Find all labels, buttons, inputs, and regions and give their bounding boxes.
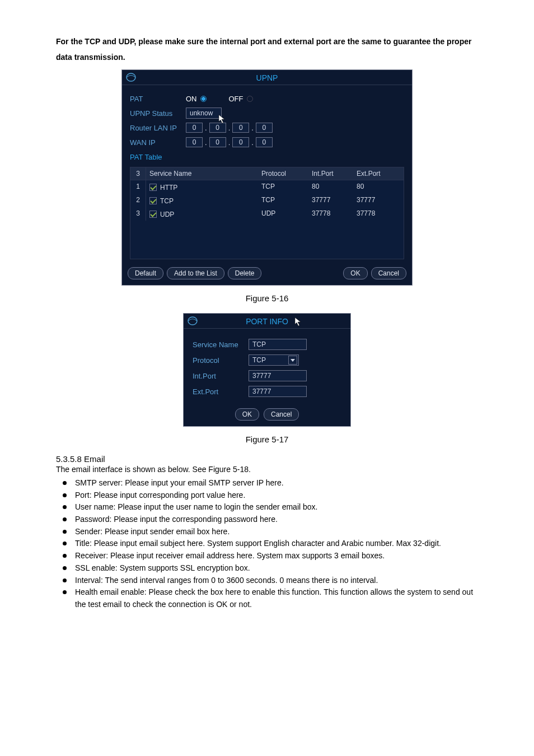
wan-ip-label: WAN IP xyxy=(130,138,186,147)
list-item: Interval: The send interval ranges from … xyxy=(59,575,478,587)
row-service: TCP xyxy=(160,197,174,205)
row-intport: 37778 xyxy=(308,207,353,221)
intport-input[interactable]: 37777 xyxy=(249,370,307,381)
ip-dot: . xyxy=(205,124,207,132)
table-row[interactable]: 2 TCP TCP 37777 37777 xyxy=(130,194,404,207)
email-bullets: SMTP server: Please input your email SMT… xyxy=(59,477,478,611)
row-index: 2 xyxy=(130,194,146,207)
svg-point-1 xyxy=(188,317,197,325)
row-extport: 80 xyxy=(353,180,404,194)
router-ip-oct1[interactable]: 0 xyxy=(186,123,203,133)
pat-table: 3 Service Name Protocol Int.Port Ext.Por… xyxy=(130,167,404,259)
dialog-header-icon xyxy=(187,316,198,326)
pat-label: PAT xyxy=(130,95,186,103)
upnp-dialog: UPNP PAT ON OFF UPNP Status unknow xyxy=(121,69,413,286)
ok-button[interactable]: OK xyxy=(343,267,367,279)
pat-count: 3 xyxy=(130,167,146,180)
row-extport: 37777 xyxy=(353,194,404,207)
protocol-select[interactable]: TCP xyxy=(249,354,299,366)
list-item: User name: Please input the user name to… xyxy=(59,501,478,514)
add-to-list-button[interactable]: Add to the List xyxy=(167,267,224,279)
table-row[interactable]: 3 UDP UDP 37778 37778 xyxy=(130,207,404,221)
pat-table-label: PAT Table xyxy=(130,153,186,161)
router-ip-oct2[interactable]: 0 xyxy=(209,123,226,133)
row-service: HTTP xyxy=(160,184,177,192)
col-extport: Ext.Port xyxy=(353,167,404,180)
list-item: SMTP server: Please input your email SMT… xyxy=(59,477,478,489)
row-intport: 37777 xyxy=(308,194,353,207)
row-protocol: TCP xyxy=(258,180,308,194)
row-service: UDP xyxy=(160,211,174,218)
list-item: Sender: Please input sender email box he… xyxy=(59,526,478,538)
row-protocol: TCP xyxy=(258,194,308,207)
row-intport: 80 xyxy=(308,180,353,194)
pat-off-label: OFF xyxy=(229,95,243,103)
service-name-input[interactable]: TCP xyxy=(249,339,307,350)
list-item: Title: Please input email subject here. … xyxy=(59,538,478,550)
figure-caption-2: Figure 5-17 xyxy=(56,435,478,444)
port-info-title: PORT INFO xyxy=(184,314,350,329)
row-check[interactable] xyxy=(149,211,157,218)
list-item: Receiver: Please input receiver email ad… xyxy=(59,550,478,562)
cancel-button[interactable]: Cancel xyxy=(371,267,406,279)
intport-label: Int.Port xyxy=(193,372,249,380)
ip-dot: . xyxy=(251,124,254,132)
extport-label: Ext.Port xyxy=(193,388,249,396)
router-ip-oct3[interactable]: 0 xyxy=(232,123,249,133)
port-info-title-text: PORT INFO xyxy=(246,317,288,326)
table-row[interactable]: 1 HTTP TCP 80 80 xyxy=(130,180,404,194)
wan-ip-oct2[interactable]: 0 xyxy=(209,137,226,147)
row-index: 3 xyxy=(130,207,146,221)
email-desc: The email interface is shown as below. S… xyxy=(56,465,478,474)
ok-button[interactable]: OK xyxy=(235,408,259,421)
svg-point-0 xyxy=(127,73,135,81)
pat-on-radio[interactable] xyxy=(200,96,207,102)
col-protocol: Protocol xyxy=(258,167,308,180)
upnp-title-text: UPNP xyxy=(256,73,278,82)
protocol-select-value: TCP xyxy=(252,355,266,365)
list-item: SSL enable: System supports SSL encrypti… xyxy=(59,562,478,575)
protocol-label: Protocol xyxy=(193,356,249,365)
list-item: Password: Please input the corresponding… xyxy=(59,514,478,526)
port-info-dialog: PORT INFO Service Name TCP Protocol TCP xyxy=(183,313,351,427)
row-check[interactable] xyxy=(149,184,157,191)
upnp-status-value: unknow xyxy=(186,108,222,119)
ip-dot: . xyxy=(228,124,231,132)
dialog-header-icon xyxy=(125,72,137,82)
extport-input[interactable]: 37777 xyxy=(249,386,307,397)
service-name-label: Service Name xyxy=(193,340,249,349)
row-check[interactable] xyxy=(149,197,157,204)
pat-off-radio[interactable] xyxy=(247,96,253,102)
router-lan-label: Router LAN IP xyxy=(130,124,186,132)
wan-ip-oct4[interactable]: 0 xyxy=(256,137,273,147)
wan-ip-oct1[interactable]: 0 xyxy=(186,137,203,147)
cancel-button[interactable]: Cancel xyxy=(264,408,299,421)
row-index: 1 xyxy=(130,180,146,194)
ip-dot: . xyxy=(251,138,254,147)
email-heading: 5.3.5.8 Email xyxy=(56,454,478,464)
row-protocol: UDP xyxy=(258,207,308,221)
wan-ip-oct3[interactable]: 0 xyxy=(232,137,249,147)
pat-on-label: ON xyxy=(186,95,197,103)
delete-button[interactable]: Delete xyxy=(228,267,262,279)
row-extport: 37778 xyxy=(353,207,404,221)
upnp-status-label: UPNP Status xyxy=(130,109,186,118)
pat-table-body[interactable]: 1 HTTP TCP 80 80 2 TCP TCP 37777 37777 xyxy=(130,180,404,259)
pat-table-header: 3 Service Name Protocol Int.Port Ext.Por… xyxy=(130,167,404,180)
intro-text: For the TCP and UDP, please make sure th… xyxy=(56,34,478,65)
figure-caption-1: Figure 5-16 xyxy=(56,293,478,303)
ip-dot: . xyxy=(205,138,207,147)
col-service: Service Name xyxy=(146,167,258,180)
ip-dot: . xyxy=(228,138,231,147)
col-intport: Int.Port xyxy=(308,167,353,180)
cursor-icon xyxy=(294,317,302,327)
router-ip-oct4[interactable]: 0 xyxy=(256,123,273,133)
list-item: Health email enable: Please check the bo… xyxy=(59,586,478,610)
list-item: Port: Please input corresponding port va… xyxy=(59,489,478,502)
chevron-down-icon[interactable] xyxy=(288,356,297,365)
default-button[interactable]: Default xyxy=(128,267,163,279)
upnp-title: UPNP xyxy=(122,70,412,85)
